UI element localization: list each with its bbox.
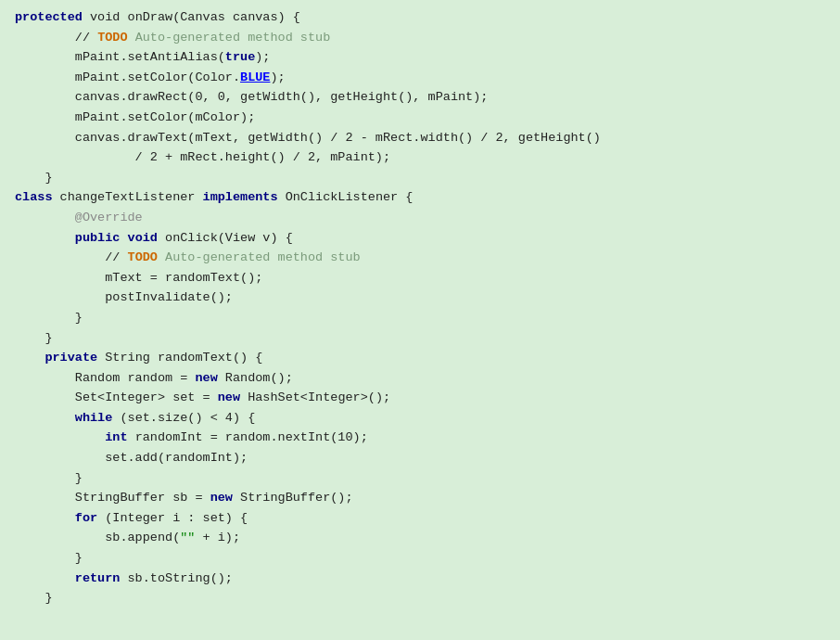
plain-code: / 2 + mRect.height() / 2, mPaint); — [15, 150, 390, 164]
keyword: void — [128, 231, 158, 245]
code-line: mText = randomText(); — [15, 268, 825, 288]
plain-code — [15, 430, 105, 444]
plain-code: // — [15, 31, 97, 45]
comment-text: Auto-generated method stub — [158, 250, 361, 264]
plain-code: Random(); — [218, 371, 293, 385]
plain-code: mText = randomText(); — [15, 271, 262, 285]
plain-code: canvas.drawText(mText, getWidth() / 2 - … — [15, 131, 601, 145]
code-line: } — [15, 168, 825, 188]
plain-code: onClick(View v) { — [158, 231, 293, 245]
todo-keyword: TODO — [128, 250, 158, 264]
code-line: set.add(randomInt); — [15, 448, 825, 468]
code-line: } — [15, 328, 825, 349]
keyword: class — [15, 190, 53, 204]
plain-code: ); — [270, 70, 285, 84]
plain-code: changeTextListener — [53, 190, 203, 204]
keyword: true — [225, 50, 255, 64]
code-line: protected void onDraw(Canvas canvas) { — [15, 7, 825, 28]
plain-code: (set.size() < 4) { — [112, 411, 255, 425]
keyword: implements — [203, 190, 278, 204]
code-line: mPaint.setColor(mColor); — [15, 108, 825, 128]
plain-code: } — [15, 591, 53, 605]
code-line: int randomInt = random.nextInt(10); — [15, 428, 825, 448]
plain-code — [15, 231, 75, 245]
keyword: public — [75, 231, 121, 245]
todo-keyword: TODO — [97, 31, 127, 45]
code-line: class changeTextListener implements OnCl… — [15, 187, 825, 208]
plain-code: mPaint.setColor(mColor); — [15, 110, 255, 124]
keyword: private — [45, 351, 97, 365]
keyword: protected — [15, 10, 83, 24]
plain-code: String randomText() { — [97, 351, 262, 365]
plain-code: Random random = — [15, 371, 195, 385]
plain-code — [15, 351, 45, 365]
plain-code: canvas.drawRect(0, 0, getWidth(), getHei… — [15, 90, 488, 104]
plain-code: } — [15, 331, 53, 345]
plain-code — [120, 231, 127, 245]
plain-code: } — [15, 311, 83, 325]
comment-text: Auto-generated method stub — [128, 31, 331, 45]
plain-code: (Integer i : set) { — [97, 511, 248, 525]
code-line: StringBuffer sb = new StringBuffer(); — [15, 488, 825, 508]
keyword: new — [195, 371, 217, 385]
code-line: canvas.drawRect(0, 0, getWidth(), getHei… — [15, 87, 825, 108]
plain-code: sb.toString(); — [120, 571, 233, 585]
plain-code: mPaint.setColor(Color. — [15, 70, 240, 84]
code-line: // TODO Auto-generated method stub — [15, 248, 825, 268]
plain-code: Set<Integer> set = — [15, 390, 218, 404]
keyword: new — [210, 491, 233, 505]
plain-code: OnClickListener { — [278, 190, 414, 204]
code-line: Set<Integer> set = new HashSet<Integer>(… — [15, 388, 825, 408]
plain-code — [15, 571, 75, 585]
plain-code: HashSet<Integer>(); — [240, 390, 390, 404]
code-line: postInvalidate(); — [15, 288, 825, 308]
plain-code: set.add(randomInt); — [15, 451, 248, 465]
plain-code: void onDraw(Canvas canvas) { — [83, 10, 300, 24]
code-line: // TODO Auto-generated method stub — [15, 28, 825, 48]
plain-code: + i); — [195, 531, 240, 544]
code-line: private String randomText() { — [15, 348, 825, 368]
plain-code: } — [15, 551, 83, 565]
plain-code: mPaint.setAntiAlias( — [15, 50, 225, 64]
string-literal: "" — [180, 531, 195, 544]
plain-code: } — [15, 171, 53, 185]
plain-code: StringBuffer(); — [233, 491, 353, 505]
keyword: return — [75, 571, 121, 585]
code-editor: protected void onDraw(Canvas canvas) { /… — [15, 7, 825, 608]
keyword: int — [105, 430, 127, 444]
code-line: @Override — [15, 208, 825, 228]
code-line: mPaint.setColor(Color.BLUE); — [15, 68, 825, 88]
code-line: Random random = new Random(); — [15, 368, 825, 389]
plain-code: // — [15, 250, 128, 264]
code-line: } — [15, 468, 825, 489]
plain-code: StringBuffer sb = — [15, 491, 210, 505]
keyword: new — [218, 390, 240, 404]
code-line: return sb.toString(); — [15, 569, 825, 589]
code-line: sb.append("" + i); — [15, 528, 825, 548]
code-line: mPaint.setAntiAlias(true); — [15, 47, 825, 68]
annotation-text: @Override — [15, 211, 143, 224]
code-line: } — [15, 308, 825, 328]
plain-code: postInvalidate(); — [15, 290, 233, 304]
code-line: / 2 + mRect.height() / 2, mPaint); — [15, 147, 825, 168]
keyword: while — [15, 411, 112, 425]
code-line: } — [15, 588, 825, 608]
code-line: for (Integer i : set) { — [15, 508, 825, 529]
plain-code: sb.append( — [15, 531, 180, 544]
plain-code: } — [15, 471, 83, 485]
code-line: canvas.drawText(mText, getWidth() / 2 - … — [15, 128, 825, 148]
keyword: for — [15, 511, 97, 525]
code-line: public void onClick(View v) { — [15, 228, 825, 249]
code-line: } — [15, 548, 825, 569]
plain-code: ); — [255, 50, 270, 64]
plain-code: randomInt = random.nextInt(10); — [128, 430, 368, 444]
blue-keyword: BLUE — [240, 70, 270, 84]
code-line: while (set.size() < 4) { — [15, 408, 825, 429]
